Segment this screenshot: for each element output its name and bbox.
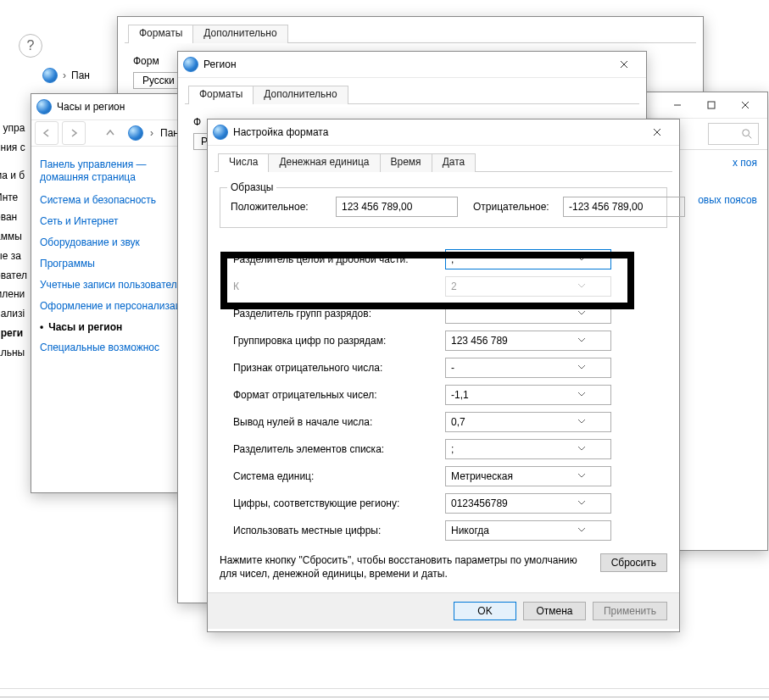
bottom-border-2 — [0, 688, 769, 689]
negative-format-label: Формат отрицательных чисел: — [233, 389, 437, 401]
sidebar-item-hardware[interactable]: Оборудование и звук — [40, 236, 197, 249]
decimal-separator-combo[interactable] — [445, 249, 611, 269]
tab-currency[interactable]: Денежная единица — [268, 153, 380, 172]
svg-rect-0 — [708, 102, 715, 108]
tab-formats[interactable]: Форматы — [128, 25, 193, 43]
decimal-separator-label: Разделитель целой и дробной части: — [233, 253, 437, 265]
background-breadcrumb: › Пан — [42, 68, 90, 83]
negative-sign-combo[interactable] — [445, 358, 611, 378]
reset-description: Нажмите кнопку "Сбросить", чтобы восстан… — [220, 553, 590, 581]
digit-substitution-label: Использовать местные цифры: — [233, 525, 437, 536]
group-separator-combo[interactable] — [445, 303, 611, 324]
close-button[interactable] — [728, 92, 762, 118]
cancel-button[interactable]: Отмена — [523, 602, 586, 620]
measurement-system-combo[interactable] — [445, 466, 611, 486]
sidebar-item-accounts[interactable]: Учетные записи пользователей — [40, 279, 197, 292]
window-title: Часы и регион — [57, 101, 125, 113]
tab-date[interactable]: Дата — [432, 153, 476, 172]
apply-button: Применить — [593, 602, 667, 620]
samples-legend: Образцы — [227, 181, 276, 193]
russian-button[interactable]: Русски — [133, 72, 184, 89]
hidden-field-label: К — [233, 281, 437, 292]
customize-format-title: Настройка формата — [233, 126, 328, 138]
tab-additional[interactable]: Дополнительно — [192, 25, 287, 43]
leading-zero-combo[interactable] — [445, 412, 611, 432]
list-separator-label: Разделитель элементов списка: — [233, 443, 437, 455]
breadcrumb[interactable]: Пан — [160, 127, 179, 139]
sidebar-item-network[interactable]: Сеть и Интернет — [40, 215, 197, 228]
region-dialog-title: Регион — [203, 58, 237, 70]
bottom-border — [0, 697, 769, 697]
customize-format-close-button[interactable] — [640, 119, 674, 145]
nav-back[interactable] — [35, 121, 59, 145]
list-separator-combo[interactable] — [445, 439, 611, 459]
sidebar-home[interactable]: Панель управления — домашняя страница — [40, 158, 197, 184]
control-panel-icon — [36, 99, 52, 114]
sidebar-item-clock-region[interactable]: Часы и регион — [40, 321, 197, 333]
positive-label: Положительное: — [231, 201, 331, 213]
native-digits-combo[interactable] — [445, 493, 611, 514]
negative-label: Отрицательное: — [473, 201, 558, 213]
tab-numbers[interactable]: Числа — [218, 153, 269, 172]
reset-button[interactable]: Сбросить — [600, 553, 667, 572]
globe-icon — [42, 68, 58, 83]
breadcrumb-icon — [128, 125, 143, 141]
digit-grouping-combo[interactable] — [445, 331, 611, 351]
sidebar-item-system[interactable]: Система и безопасность — [40, 194, 197, 207]
region-tab-formats[interactable]: Форматы — [188, 86, 254, 104]
sidebar-item-accessibility[interactable]: Специальные возможнос — [40, 342, 197, 354]
digit-grouping-label: Группировка цифр по разрядам: — [233, 335, 437, 347]
region-close-button[interactable] — [607, 52, 641, 77]
negative-sample: -123 456 789,00 — [563, 197, 685, 217]
digit-substitution-combo[interactable] — [445, 520, 611, 541]
search-box[interactable] — [708, 123, 759, 145]
help-circle[interactable]: ? — [14, 29, 47, 63]
customize-format-dialog: Настройка формата Числа Денежная единица… — [207, 119, 680, 632]
search-icon — [741, 128, 753, 140]
svg-point-1 — [743, 130, 749, 136]
nav-forward[interactable] — [62, 121, 86, 145]
sidebar-item-programs[interactable]: Программы — [40, 258, 197, 270]
negative-format-combo[interactable] — [445, 385, 611, 405]
customize-format-icon — [213, 125, 228, 140]
ok-button[interactable]: OK — [454, 602, 516, 620]
leading-zero-label: Вывод нулей в начале числа: — [233, 416, 437, 428]
minimize-button[interactable] — [660, 92, 694, 118]
nav-up[interactable] — [99, 122, 121, 144]
positive-sample: 123 456 789,00 — [336, 197, 458, 217]
measurement-system-label: Система единиц: — [233, 470, 437, 482]
tab-time[interactable]: Время — [380, 153, 432, 172]
negative-sign-label: Признак отрицательного числа: — [233, 362, 437, 374]
group-separator-label: Разделитель групп разрядов: — [233, 308, 437, 319]
native-digits-label: Цифры, соответствующие региону: — [233, 497, 437, 509]
region-dialog-icon — [183, 57, 198, 72]
region-tab-additional[interactable]: Дополнительно — [253, 86, 348, 104]
hidden-field-combo[interactable] — [445, 276, 611, 297]
maximize-button[interactable] — [694, 92, 728, 118]
sidebar-item-appearance[interactable]: Оформление и персонализация — [40, 300, 197, 313]
